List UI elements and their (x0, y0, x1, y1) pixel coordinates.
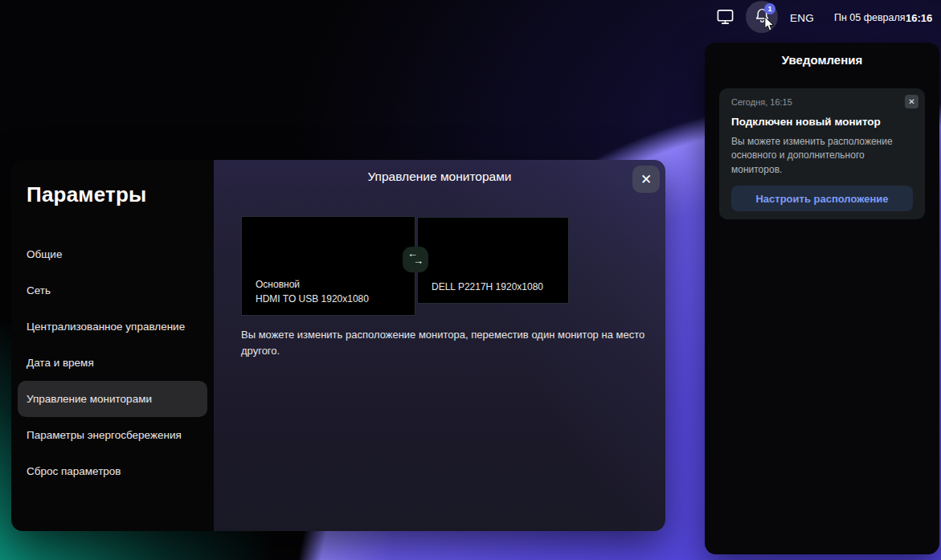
sidebar-item-monitor-management[interactable]: Управление мониторами (18, 381, 207, 417)
sidebar-item-reset[interactable]: Сброс параметров (18, 453, 207, 489)
sidebar-item-power-saving[interactable]: Параметры энергосбережения (18, 417, 207, 453)
notification-badge: 1 (764, 3, 775, 14)
monitor-name: DELL P2217H 1920x1080 (432, 280, 543, 294)
settings-title: Параметры (27, 182, 146, 207)
monitor-preview-secondary[interactable]: DELL P2217H 1920x1080 (417, 217, 569, 304)
settings-menu: Общие Сеть Централизованное управление Д… (18, 236, 207, 489)
clock-date[interactable]: Пн 05 февраля (834, 0, 906, 35)
monitor-label: DELL P2217H 1920x1080 (432, 280, 543, 294)
display-icon (716, 7, 734, 29)
taskbar: 1 ENG Пн 05 февраля 16:16 (0, 0, 941, 35)
sidebar-item-network[interactable]: Сеть (18, 272, 207, 309)
close-icon: ✕ (908, 97, 914, 106)
taskbar-notifications-button[interactable]: 1 (746, 1, 778, 33)
notification-title: Подключен новый монитор (731, 116, 913, 128)
swap-monitors-button[interactable]: ← → (403, 247, 428, 272)
taskbar-display-button[interactable] (711, 5, 738, 31)
dialog-description: Вы можете изменить расположение монитора… (241, 327, 647, 358)
notification-body: Вы можете изменить расположение основног… (731, 135, 914, 177)
dialog-title: Управление мониторами (214, 170, 665, 184)
configure-layout-button[interactable]: Настроить расположение (731, 186, 913, 211)
monitor-label: Основной HDMI TO USB 1920x1080 (256, 278, 369, 306)
notification-timestamp: Сегодня, 16:15 (731, 97, 913, 107)
sidebar-item-central-management[interactable]: Централизованное управление (18, 309, 207, 345)
language-indicator[interactable]: ENG (790, 0, 814, 35)
monitor-name: Основной (256, 278, 369, 292)
notification-card: Сегодня, 16:15 ✕ Подключен новый монитор… (719, 88, 925, 219)
sidebar-item-general[interactable]: Общие (18, 236, 207, 272)
monitor-management-dialog: Управление мониторами ✕ Основной HDMI TO… (214, 160, 665, 531)
notification-close-button[interactable]: ✕ (905, 95, 918, 108)
clock-time[interactable]: 16:16 (906, 0, 932, 35)
mouse-cursor-icon (763, 17, 775, 35)
dialog-close-button[interactable]: ✕ (632, 166, 660, 193)
sidebar-item-date-time[interactable]: Дата и время (18, 345, 207, 381)
close-icon: ✕ (640, 171, 652, 188)
desktop: 1 ENG Пн 05 февраля 16:16 Параметры Общи… (0, 0, 941, 560)
monitor-preview-primary[interactable]: Основной HDMI TO USB 1920x1080 (241, 216, 415, 316)
settings-sidebar: Параметры Общие Сеть Централизованное уп… (11, 160, 214, 531)
notifications-title: Уведомления (705, 53, 939, 67)
notifications-panel: Уведомления Сегодня, 16:15 ✕ Подключен н… (705, 43, 939, 554)
settings-window: Параметры Общие Сеть Централизованное уп… (11, 160, 665, 531)
monitor-detail: HDMI TO USB 1920x1080 (256, 292, 369, 306)
